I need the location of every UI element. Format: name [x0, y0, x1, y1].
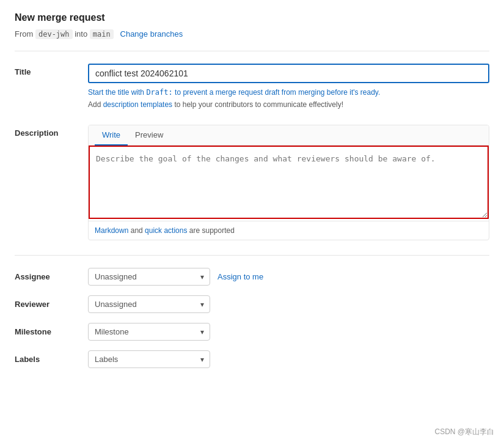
- assign-to-me-link[interactable]: Assign to me: [217, 272, 263, 281]
- tab-write[interactable]: Write: [95, 125, 128, 146]
- reviewer-row: Reviewer Unassigned: [15, 295, 489, 313]
- description-form-content: Write Preview Markdown and quick actions…: [88, 125, 489, 240]
- milestone-row: Milestone Milestone: [15, 323, 489, 341]
- milestone-select-wrapper: Milestone: [88, 323, 210, 341]
- labels-select-wrapper: Labels: [88, 350, 210, 368]
- from-label: From: [15, 29, 33, 39]
- section-divider: [15, 51, 489, 51]
- description-textarea[interactable]: [89, 146, 489, 219]
- quick-actions-link[interactable]: quick actions: [145, 226, 187, 235]
- assignee-select[interactable]: Unassigned: [88, 268, 210, 286]
- tab-preview[interactable]: Preview: [128, 125, 170, 146]
- title-input[interactable]: [88, 64, 489, 83]
- into-label: into: [75, 29, 87, 39]
- assignee-select-wrapper: Unassigned: [88, 268, 210, 286]
- template-hint: Add description templates to help your c…: [88, 99, 489, 110]
- title-label: Title: [15, 64, 88, 110]
- labels-row: Labels Labels: [15, 350, 489, 368]
- title-form-content: Start the title with Draft: to prevent a…: [88, 64, 489, 110]
- draft-hint: Start the title with Draft: to prevent a…: [88, 87, 489, 98]
- description-templates-link[interactable]: description templates: [103, 100, 172, 109]
- title-section: Title Start the title with Draft: to pre…: [15, 64, 489, 110]
- reviewer-select[interactable]: Unassigned: [88, 295, 210, 313]
- markdown-link[interactable]: Markdown: [95, 226, 128, 235]
- assignee-control: Unassigned Assign to me: [88, 268, 263, 286]
- milestone-select[interactable]: Milestone: [88, 323, 210, 341]
- fields-divider: [15, 255, 489, 256]
- description-label: Description: [15, 125, 88, 240]
- branch-info: From dev-jwh into main Change branches: [15, 29, 489, 39]
- reviewer-select-wrapper: Unassigned: [88, 295, 210, 313]
- page-title: New merge request: [15, 12, 489, 23]
- reviewer-label: Reviewer: [15, 300, 88, 309]
- assignee-row: Assignee Unassigned Assign to me: [15, 268, 489, 286]
- description-footer: Markdown and quick actions are supported: [89, 221, 489, 240]
- description-section: Description Write Preview Markdown and q…: [15, 125, 489, 240]
- milestone-control: Milestone: [88, 323, 210, 341]
- fields-section: Assignee Unassigned Assign to me Reviewe…: [15, 268, 489, 368]
- from-branch: dev-jwh: [35, 29, 73, 39]
- labels-control: Labels: [88, 350, 210, 368]
- into-branch: main: [90, 29, 114, 39]
- milestone-label: Milestone: [15, 327, 88, 336]
- labels-label: Labels: [15, 355, 88, 364]
- change-branches-link[interactable]: Change branches: [120, 29, 183, 39]
- description-tabs: Write Preview: [89, 125, 489, 146]
- reviewer-control: Unassigned: [88, 295, 210, 313]
- assignee-label: Assignee: [15, 272, 88, 281]
- labels-select[interactable]: Labels: [88, 350, 210, 368]
- description-editor: Write Preview Markdown and quick actions…: [88, 125, 489, 240]
